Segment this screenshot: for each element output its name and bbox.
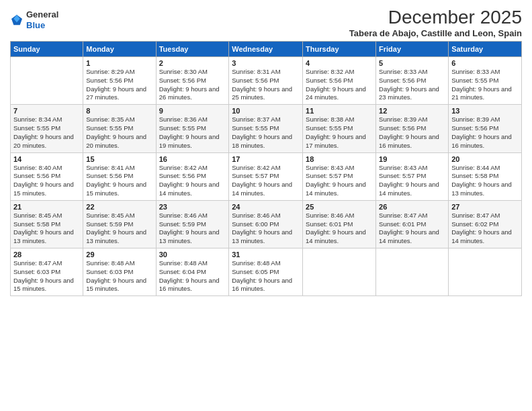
- sunrise-text: Sunrise: 8:48 AM: [232, 259, 300, 268]
- day-number: 14: [13, 155, 80, 163]
- sunset-text: Sunset: 5:56 PM: [86, 172, 152, 181]
- sunset-text: Sunset: 5:57 PM: [306, 172, 373, 181]
- logo-general: General: [26, 9, 58, 20]
- sunset-text: Sunset: 5:55 PM: [86, 124, 152, 133]
- calendar-week-4: 21 Sunrise: 8:45 AM Sunset: 5:58 PM Dayl…: [11, 200, 522, 248]
- location-subtitle: Tabera de Abajo, Castille and Leon, Spai…: [349, 28, 522, 38]
- day-number: 17: [232, 155, 300, 163]
- calendar-cell: 22 Sunrise: 8:45 AM Sunset: 5:59 PM Dayl…: [83, 200, 156, 248]
- sunrise-text: Sunrise: 8:30 AM: [159, 68, 226, 77]
- sunset-text: Sunset: 5:55 PM: [232, 124, 300, 133]
- daylight-text: Daylight: 9 hours and 15 minutes.: [13, 277, 80, 294]
- sunset-text: Sunset: 5:59 PM: [86, 220, 152, 229]
- sunrise-text: Sunrise: 8:41 AM: [86, 164, 152, 173]
- sunrise-text: Sunrise: 8:29 AM: [86, 68, 152, 77]
- calendar-cell: [303, 248, 376, 296]
- daylight-text: Daylight: 9 hours and 14 minutes.: [306, 181, 373, 198]
- day-number: 29: [86, 250, 152, 259]
- daylight-text: Daylight: 9 hours and 26 minutes.: [159, 85, 226, 103]
- daylight-text: Daylight: 9 hours and 24 minutes.: [306, 85, 373, 103]
- sunrise-text: Sunrise: 8:35 AM: [86, 116, 152, 124]
- calendar-cell: 31 Sunrise: 8:48 AM Sunset: 6:05 PM Dayl…: [229, 248, 303, 296]
- calendar-week-2: 7 Sunrise: 8:34 AM Sunset: 5:55 PM Dayli…: [11, 105, 522, 152]
- sunrise-text: Sunrise: 8:47 AM: [451, 212, 519, 220]
- daylight-text: Daylight: 9 hours and 14 minutes.: [306, 228, 373, 246]
- calendar-cell: [449, 248, 522, 296]
- calendar-cell: 12 Sunrise: 8:39 AM Sunset: 5:56 PM Dayl…: [376, 105, 449, 152]
- sunset-text: Sunset: 5:57 PM: [232, 172, 300, 181]
- sunset-text: Sunset: 5:56 PM: [379, 124, 445, 133]
- calendar-cell: 26 Sunrise: 8:47 AM Sunset: 6:01 PM Dayl…: [376, 200, 449, 248]
- sunset-text: Sunset: 6:00 PM: [232, 220, 300, 229]
- calendar-cell: [376, 248, 449, 296]
- sunset-text: Sunset: 5:56 PM: [86, 77, 152, 85]
- calendar-cell: 4 Sunrise: 8:32 AM Sunset: 5:56 PM Dayli…: [303, 57, 376, 105]
- sunset-text: Sunset: 5:55 PM: [451, 77, 519, 85]
- calendar-cell: 5 Sunrise: 8:33 AM Sunset: 5:56 PM Dayli…: [376, 57, 449, 105]
- daylight-text: Daylight: 9 hours and 14 minutes.: [379, 228, 445, 246]
- day-number: 10: [232, 107, 300, 115]
- sunset-text: Sunset: 6:04 PM: [159, 268, 226, 277]
- daylight-text: Daylight: 9 hours and 15 minutes.: [86, 277, 152, 294]
- sunrise-text: Sunrise: 8:43 AM: [379, 164, 445, 173]
- calendar-cell: 21 Sunrise: 8:45 AM Sunset: 5:58 PM Dayl…: [11, 200, 83, 248]
- calendar-cell: 16 Sunrise: 8:42 AM Sunset: 5:56 PM Dayl…: [156, 152, 229, 200]
- calendar-cell: 14 Sunrise: 8:40 AM Sunset: 5:56 PM Dayl…: [11, 152, 83, 200]
- sunset-text: Sunset: 5:58 PM: [451, 172, 519, 181]
- sunrise-text: Sunrise: 8:34 AM: [13, 116, 80, 124]
- calendar-cell: 24 Sunrise: 8:46 AM Sunset: 6:00 PM Dayl…: [229, 200, 303, 248]
- sunrise-text: Sunrise: 8:44 AM: [451, 164, 519, 173]
- logo-icon: [10, 13, 24, 27]
- month-title: December 2025: [349, 7, 522, 28]
- day-number: 16: [159, 155, 226, 163]
- day-number: 7: [13, 107, 80, 115]
- daylight-text: Daylight: 9 hours and 14 minutes.: [379, 181, 445, 198]
- daylight-text: Daylight: 9 hours and 27 minutes.: [86, 85, 152, 103]
- sunrise-text: Sunrise: 8:45 AM: [86, 212, 152, 220]
- calendar-cell: 30 Sunrise: 8:48 AM Sunset: 6:04 PM Dayl…: [156, 248, 229, 296]
- calendar-cell: 29 Sunrise: 8:48 AM Sunset: 6:03 PM Dayl…: [83, 248, 156, 296]
- logo: General Blue: [10, 9, 58, 30]
- day-number: 22: [86, 203, 152, 211]
- sunset-text: Sunset: 5:56 PM: [159, 77, 226, 85]
- daylight-text: Daylight: 9 hours and 20 minutes.: [86, 133, 152, 150]
- daylight-text: Daylight: 9 hours and 16 minutes.: [159, 277, 226, 294]
- sunrise-text: Sunrise: 8:45 AM: [13, 212, 80, 220]
- calendar-cell: 20 Sunrise: 8:44 AM Sunset: 5:58 PM Dayl…: [449, 152, 522, 200]
- daylight-text: Daylight: 9 hours and 16 minutes.: [451, 133, 519, 150]
- logo-blue: Blue: [26, 20, 58, 31]
- title-block: December 2025 Tabera de Abajo, Castille …: [349, 7, 522, 38]
- col-friday: Friday: [376, 42, 449, 57]
- sunrise-text: Sunrise: 8:37 AM: [232, 116, 300, 124]
- day-number: 30: [159, 250, 226, 259]
- sunset-text: Sunset: 6:05 PM: [232, 268, 300, 277]
- day-number: 27: [451, 203, 519, 211]
- sunset-text: Sunset: 6:03 PM: [86, 268, 152, 277]
- sunrise-text: Sunrise: 8:38 AM: [306, 116, 373, 124]
- day-number: 20: [451, 155, 519, 163]
- page-container: General Blue December 2025 Tabera de Aba…: [0, 0, 532, 303]
- sunrise-text: Sunrise: 8:32 AM: [306, 68, 373, 77]
- col-wednesday: Wednesday: [229, 42, 303, 57]
- calendar-cell: 6 Sunrise: 8:33 AM Sunset: 5:55 PM Dayli…: [449, 57, 522, 105]
- calendar-week-5: 28 Sunrise: 8:47 AM Sunset: 6:03 PM Dayl…: [11, 248, 522, 296]
- sunset-text: Sunset: 5:56 PM: [379, 77, 445, 85]
- daylight-text: Daylight: 9 hours and 14 minutes.: [232, 181, 300, 198]
- day-number: 6: [451, 59, 519, 67]
- daylight-text: Daylight: 9 hours and 19 minutes.: [159, 133, 226, 150]
- daylight-text: Daylight: 9 hours and 13 minutes.: [451, 181, 519, 198]
- sunrise-text: Sunrise: 8:42 AM: [232, 164, 300, 173]
- sunset-text: Sunset: 5:56 PM: [306, 77, 373, 85]
- day-number: 18: [306, 155, 373, 163]
- sunrise-text: Sunrise: 8:39 AM: [379, 116, 445, 124]
- day-number: 26: [379, 203, 445, 211]
- sunset-text: Sunset: 6:01 PM: [306, 220, 373, 229]
- sunrise-text: Sunrise: 8:39 AM: [451, 116, 519, 124]
- sunrise-text: Sunrise: 8:48 AM: [159, 259, 226, 268]
- daylight-text: Daylight: 9 hours and 14 minutes.: [451, 228, 519, 246]
- calendar-cell: 15 Sunrise: 8:41 AM Sunset: 5:56 PM Dayl…: [83, 152, 156, 200]
- sunset-text: Sunset: 6:01 PM: [379, 220, 445, 229]
- calendar-cell: 28 Sunrise: 8:47 AM Sunset: 6:03 PM Dayl…: [11, 248, 83, 296]
- calendar-cell: 1 Sunrise: 8:29 AM Sunset: 5:56 PM Dayli…: [83, 57, 156, 105]
- day-number: 3: [232, 59, 300, 67]
